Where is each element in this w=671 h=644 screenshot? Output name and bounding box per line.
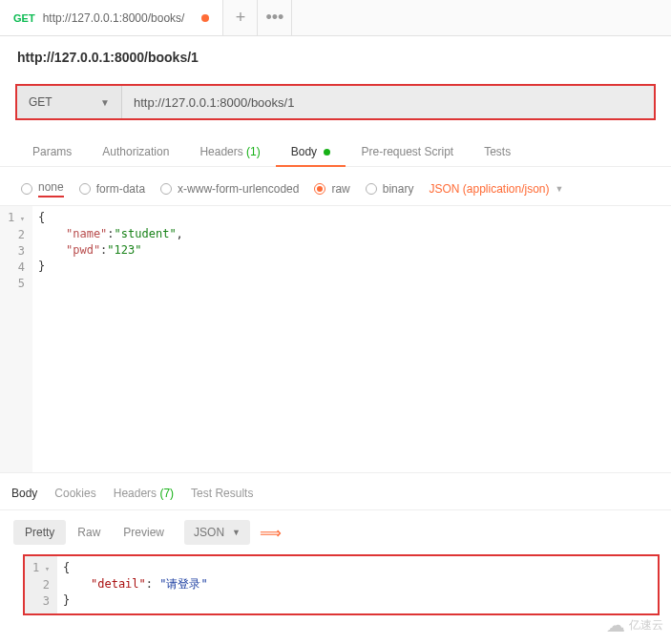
response-format-select[interactable]: JSON ▼ [184, 520, 250, 545]
request-body-editor[interactable]: 1 2 3 4 5 { "name":"student", "pwd":"123… [0, 206, 671, 473]
response-body-editor[interactable]: 1 2 3 { "detail": "请登录" } [25, 556, 658, 613]
request-tabs: Params Authorization Headers (1) Body Pr… [0, 120, 671, 167]
url-input[interactable] [122, 86, 654, 118]
url-bar: GET ▼ [15, 84, 656, 120]
response-view-bar: Pretty Raw Preview JSON ▼ ⟹ [0, 510, 671, 554]
tab-tests[interactable]: Tests [469, 137, 526, 166]
request-title: http://127.0.0.1:8000/books/1 [0, 36, 671, 74]
resp-tab-headers[interactable]: Headers (7) [114, 487, 174, 500]
cloud-icon: ☁ [606, 613, 625, 627]
resp-tab-tests[interactable]: Test Results [191, 487, 253, 500]
unsaved-dot-icon [201, 14, 209, 22]
body-type-row: none form-data x-www-form-urlencoded raw… [0, 167, 671, 206]
chevron-down-icon: ▼ [556, 184, 564, 194]
method-value: GET [29, 95, 52, 109]
resp-tab-body[interactable]: Body [11, 487, 37, 500]
tab-url: http://127.0.0.1:8000/books/ [43, 11, 185, 25]
tab-method: GET [13, 12, 35, 24]
body-indicator-icon [324, 149, 330, 156]
tab-prerequest[interactable]: Pre-request Script [346, 137, 469, 166]
line-gutter: 1 2 3 [25, 556, 57, 613]
watermark: ☁ 亿速云 [606, 613, 663, 627]
resp-tab-cookies[interactable]: Cookies [54, 487, 95, 500]
code-area: { "detail": "请登录" } [57, 556, 658, 613]
tab-authorization[interactable]: Authorization [87, 137, 184, 166]
response-body-wrap: 1 2 3 { "detail": "请登录" } [23, 554, 660, 615]
line-gutter: 1 2 3 4 5 [0, 206, 32, 472]
chevron-down-icon: ▼ [232, 528, 241, 537]
tab-headers[interactable]: Headers (1) [184, 137, 275, 166]
view-pretty[interactable]: Pretty [13, 520, 66, 545]
method-select[interactable]: GET ▼ [17, 86, 122, 118]
tab-body[interactable]: Body [276, 137, 346, 166]
content-type-select[interactable]: JSON (application/json) ▼ [429, 182, 563, 196]
radio-raw[interactable]: raw [314, 182, 349, 196]
more-tabs-button[interactable]: ••• [258, 0, 292, 35]
radio-binary[interactable]: binary [366, 182, 414, 196]
radio-form-data[interactable]: form-data [79, 182, 145, 196]
radio-urlencoded[interactable]: x-www-form-urlencoded [160, 182, 299, 196]
view-raw[interactable]: Raw [66, 520, 112, 545]
code-area[interactable]: { "name":"student", "pwd":"123" } [32, 206, 671, 472]
new-tab-button[interactable]: + [223, 0, 258, 35]
request-tab[interactable]: GET http://127.0.0.1:8000/books/ [0, 0, 223, 35]
tab-params[interactable]: Params [17, 137, 87, 166]
radio-none[interactable]: none [21, 180, 64, 197]
chevron-down-icon: ▼ [100, 97, 110, 108]
wrap-lines-icon[interactable]: ⟹ [260, 524, 282, 542]
view-preview[interactable]: Preview [112, 520, 176, 545]
response-tabs: Body Cookies Headers (7) Test Results [0, 473, 671, 510]
